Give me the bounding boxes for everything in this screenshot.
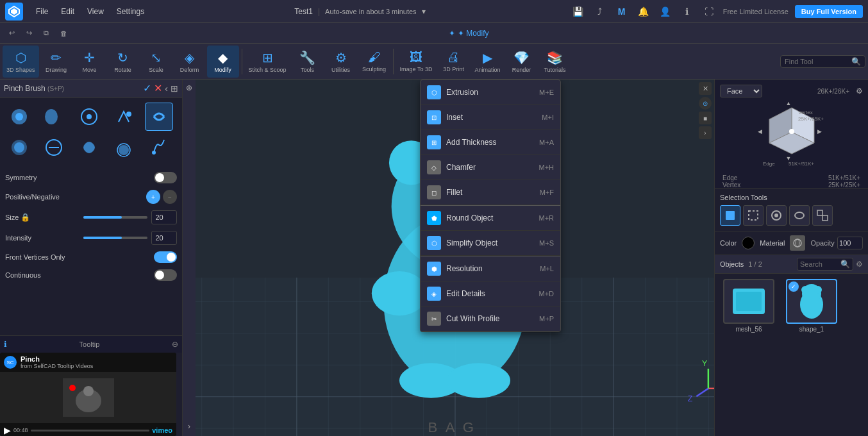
continuous-toggle[interactable] (154, 269, 177, 281)
size-lock-icon[interactable]: 🔒 (21, 213, 30, 222)
brush-cell-4[interactable] (145, 103, 173, 131)
autosave-dropdown[interactable]: ▾ (422, 7, 426, 16)
brush-cell-8[interactable] (110, 133, 138, 162)
brush-cell-6[interactable] (40, 133, 68, 162)
brush-cell-7[interactable] (75, 133, 103, 162)
object-card-shape1[interactable]: ✓ shape_1 (783, 279, 840, 431)
toolbar-3dshapes[interactable]: ⬡ 3D Shapes (3, 46, 39, 78)
material-btn[interactable] (790, 235, 805, 251)
toolbar-utilities[interactable]: ⚙ Utilities (325, 46, 357, 78)
nav-cube[interactable]: ▲ ▼ ◀ ▶ Edge 51K+/51K+ Vertex 25K+/25K+ (750, 101, 833, 172)
toolbar-3dprint[interactable]: 🖨 3D Print (437, 46, 469, 78)
toolbar-sculpting[interactable]: 🖌 Sculpting (358, 46, 390, 78)
side-nav-target[interactable]: ⊕ (183, 82, 195, 94)
svg-point-54 (774, 214, 778, 217)
find-tool-input[interactable] (785, 58, 849, 65)
toolbar-move[interactable]: ✛ Move (74, 46, 106, 78)
face-select[interactable]: Face Edge Vertex (720, 85, 762, 97)
user-icon[interactable]: 👤 (658, 4, 673, 19)
sel-face-btn[interactable] (720, 205, 740, 226)
info-icon[interactable]: ℹ (680, 4, 695, 19)
sel-expand-btn[interactable] (812, 205, 833, 226)
toolbar-image3d[interactable]: 🖼 Image To 3D (396, 46, 437, 78)
brush-cell-5[interactable] (5, 133, 33, 162)
undo-btn[interactable]: ↩ (5, 28, 19, 38)
delete-btn[interactable]: 🗑 (56, 28, 71, 38)
deform-icon: ◈ (185, 50, 194, 65)
fullscreen-icon[interactable]: ⛶ (701, 4, 717, 19)
menu-resolution[interactable]: ⬢ Resolution M+L (421, 256, 560, 281)
sel-lasso-btn[interactable] (789, 205, 810, 226)
brush-confirm-icon[interactable]: ✓ (143, 82, 151, 94)
toolbar-deform[interactable]: ◈ Deform (174, 46, 206, 78)
toolbar-render[interactable]: 💎 Render (505, 46, 537, 78)
toolbar-drawing[interactable]: ✏ Drawing (40, 46, 72, 78)
toolbar-modify[interactable]: ◆ Modify (207, 46, 239, 78)
brush-cell-0[interactable] (5, 103, 33, 131)
svg-point-65 (814, 286, 822, 294)
color-swatch[interactable] (742, 237, 755, 249)
object-search-input[interactable] (800, 260, 839, 268)
brush-cell-3[interactable] (110, 103, 138, 131)
menu-fillet[interactable]: ◻ Fillet M+F (421, 180, 560, 205)
brush-cell-9[interactable] (145, 133, 173, 162)
symmetry-toggle[interactable] (154, 172, 177, 183)
objects-settings-icon[interactable]: ⚙ (856, 260, 863, 269)
save-icon[interactable]: 💾 (571, 4, 586, 19)
svg-rect-52 (749, 211, 758, 220)
brush-cell-2[interactable] (75, 103, 103, 131)
opacity-input[interactable] (837, 237, 863, 249)
menu-roundobject[interactable]: ⬟ Round Object M+R (421, 205, 560, 231)
toolbar-stitch[interactable]: ⊞ Stitch & Scoop (245, 46, 290, 78)
toolbar-tutorials[interactable]: 📚 Tutorials (538, 46, 571, 78)
sel-box-btn[interactable] (743, 205, 764, 226)
tooltip-minimize-icon[interactable]: ⊖ (172, 340, 178, 349)
toolbar-rotate[interactable]: ↻ Rotate (107, 46, 139, 78)
positive-btn[interactable]: + (146, 190, 160, 204)
menu-extrusion[interactable]: ⬡ Extrusion M+E (421, 80, 560, 105)
menu-editdetails[interactable]: ◈ Edit Details M+D (421, 281, 560, 306)
inset-shortcut: M+I (542, 113, 554, 121)
menu-chamfer[interactable]: ◇ Chamfer M+H (421, 155, 560, 180)
settings-icon[interactable]: ⚙ (856, 87, 863, 96)
intensity-input[interactable] (151, 231, 177, 245)
select-viewport-btn[interactable]: ■ (699, 112, 712, 124)
toolbar-tools[interactable]: 🔧 Tools (292, 46, 324, 78)
share-icon[interactable]: ⤴ (592, 4, 608, 19)
menu-settings[interactable]: Settings (112, 4, 149, 19)
negative-btn[interactable]: − (163, 190, 177, 204)
buy-button[interactable]: Buy Full Version (795, 5, 863, 18)
brush-cell-1[interactable] (40, 103, 68, 131)
brush-cancel-icon[interactable]: ✕ (154, 82, 162, 94)
brush-expand-icon[interactable]: ⊞ (171, 83, 178, 94)
side-nav-expand[interactable]: › (183, 421, 195, 432)
size-slider[interactable] (83, 216, 147, 219)
video-progress[interactable] (31, 430, 150, 432)
menu-cutwithprofile[interactable]: ✂ Cut With Profile M+P (421, 306, 560, 331)
play-button[interactable]: ▶ (4, 425, 11, 435)
m-icon[interactable]: M (614, 4, 630, 19)
frontvertices-toggle[interactable] (154, 251, 177, 263)
notification-icon[interactable]: 🔔 (636, 4, 651, 19)
main-toolbar: ⬡ 3D Shapes ✏ Drawing ✛ Move ↻ Rotate ⤡ … (0, 44, 868, 80)
target-viewport-btn[interactable]: ⊙ (699, 97, 712, 110)
object-card-mesh56[interactable]: mesh_56 (720, 279, 778, 431)
copy-btn[interactable]: ⧉ (40, 28, 53, 38)
redo-btn[interactable]: ↪ (22, 28, 36, 38)
menu-view[interactable]: View (82, 4, 109, 19)
size-input[interactable] (151, 210, 177, 224)
drawing-label: Drawing (46, 67, 67, 73)
close-viewport-btn[interactable]: ✕ (699, 82, 712, 95)
menu-edit[interactable]: Edit (56, 4, 79, 19)
sel-paint-btn[interactable] (766, 205, 787, 226)
toolbar-scale[interactable]: ⤡ Scale (140, 46, 172, 78)
menu-file[interactable]: File (31, 4, 53, 19)
drawing-icon: ✏ (51, 50, 62, 65)
menu-inset[interactable]: ⊡ Inset M+I (421, 105, 560, 130)
move-viewport-btn[interactable]: › (699, 126, 712, 139)
intensity-slider[interactable] (83, 237, 147, 239)
toolbar-animation[interactable]: ▶ Animation (471, 46, 504, 78)
menu-addthickness[interactable]: ⊞ Add Thickness M+A (421, 130, 560, 155)
menu-simplify[interactable]: ⬡ Simplify Object M+S (421, 231, 560, 256)
brush-prev-icon[interactable]: ‹ (165, 83, 168, 94)
